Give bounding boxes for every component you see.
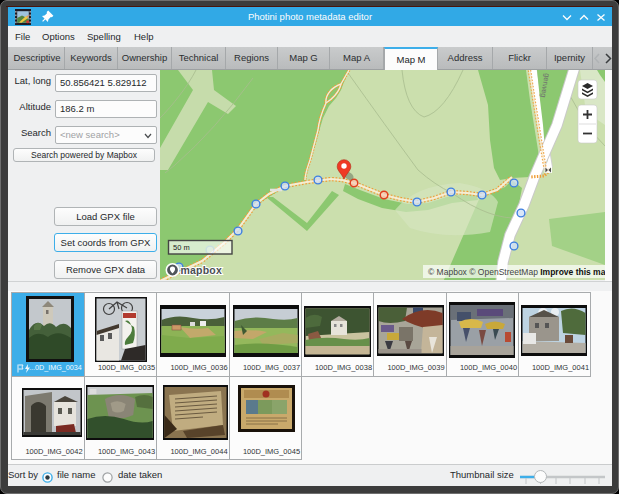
svg-text:50 m: 50 m	[173, 243, 190, 252]
svg-text:© Mapbox © OpenStreetMap Impro: © Mapbox © OpenStreetMap Improve this ma…	[428, 267, 605, 277]
svg-text:mapbox: mapbox	[181, 264, 222, 276]
